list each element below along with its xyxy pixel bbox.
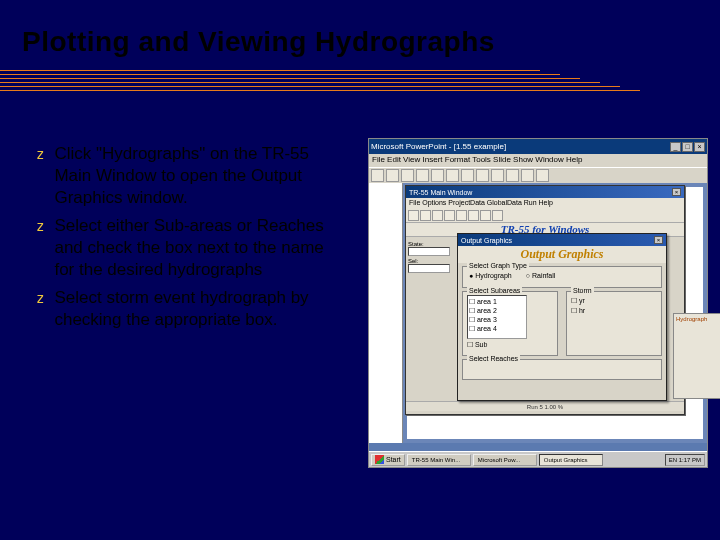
powerpoint-toolbar[interactable]	[369, 167, 707, 183]
panel-title: Hydrograph	[676, 316, 720, 322]
maximize-icon[interactable]: □	[682, 142, 693, 152]
toolbar-button[interactable]	[420, 210, 431, 221]
toolbar-button[interactable]	[456, 210, 467, 221]
state-input[interactable]	[408, 247, 450, 256]
bullet-icon: z	[36, 143, 44, 165]
toolbar-button[interactable]	[408, 210, 419, 221]
tr55-statusbar: Run 5 1.00 %	[406, 401, 684, 411]
tr55-titlebar: TR-55 Main Window ×	[406, 186, 684, 198]
taskbar-button[interactable]: Microsoft Pow...	[473, 454, 537, 466]
tr55-left-panel: State: Sel:	[406, 237, 456, 401]
minimize-icon[interactable]: _	[670, 142, 681, 152]
toolbar-button[interactable]	[506, 169, 519, 182]
bullet-icon: z	[36, 215, 44, 237]
reaches-group: Select Reaches	[462, 359, 662, 380]
bullet-text: Select storm event hydrograph by checkin…	[54, 287, 331, 331]
bullet-text: Select either Sub-areas or Reaches and c…	[54, 215, 331, 281]
toolbar-button[interactable]	[480, 210, 491, 221]
windows-taskbar[interactable]: Start TR-55 Main Win... Microsoft Pow...…	[369, 451, 707, 467]
taskbar-button[interactable]: Output Graphics	[539, 454, 603, 466]
taskbar-button[interactable]: TR-55 Main Win...	[407, 454, 471, 466]
powerpoint-titlebar: Microsoft PowerPoint - [1.55 example] _ …	[369, 139, 707, 154]
toolbar-button[interactable]	[521, 169, 534, 182]
subareas-group: Select Subareas area 1 area 2 area 3 are…	[462, 291, 558, 356]
close-icon[interactable]: ×	[694, 142, 705, 152]
powerpoint-menubar[interactable]: File Edit View Insert Format Tools Slide…	[369, 154, 707, 167]
toolbar-button[interactable]	[461, 169, 474, 182]
group-legend: Select Subareas	[467, 287, 522, 294]
toolbar-button[interactable]	[444, 210, 455, 221]
toolbar-button[interactable]	[432, 210, 443, 221]
sel-input[interactable]	[408, 264, 450, 273]
storm-yr-checkbox[interactable]: yr	[571, 297, 657, 305]
output-titlebar: Output Graphics ×	[458, 234, 666, 246]
output-title-text: Output Graphics	[461, 237, 512, 244]
bullet-text: Click "Hydrographs" on the TR-55 Main Wi…	[54, 143, 331, 209]
embedded-screenshot: Microsoft PowerPoint - [1.55 example] _ …	[368, 138, 708, 468]
system-tray[interactable]: EN 1:17 PM	[665, 454, 705, 466]
output-graphics-window: Output Graphics × Output Graphics Select…	[457, 233, 667, 401]
list-item[interactable]: area 3	[469, 315, 525, 324]
bullet-item: z Select storm event hydrograph by check…	[36, 287, 331, 331]
toolbar-button[interactable]	[492, 210, 503, 221]
toolbar-button[interactable]	[401, 169, 414, 182]
output-banner: Output Graphics	[458, 246, 666, 263]
toolbar-button[interactable]	[431, 169, 444, 182]
storm-group: Storm yr hr	[566, 291, 662, 356]
toolbar-button[interactable]	[386, 169, 399, 182]
subareas-listbox[interactable]: area 1 area 2 area 3 area 4	[467, 295, 527, 339]
bullet-item: z Click "Hydrographs" on the TR-55 Main …	[36, 143, 331, 209]
hydrograph-side-panel: Hydrograph	[673, 313, 720, 399]
toolbar-button[interactable]	[371, 169, 384, 182]
radio-hydrograph[interactable]: Hydrograph	[469, 272, 512, 279]
toolbar-button[interactable]	[536, 169, 549, 182]
toolbar-button[interactable]	[446, 169, 459, 182]
group-legend: Select Reaches	[467, 355, 520, 362]
toolbar-button[interactable]	[476, 169, 489, 182]
list-item[interactable]: area 2	[469, 306, 525, 315]
tr55-title-text: TR-55 Main Window	[409, 189, 472, 196]
tr55-toolbar[interactable]	[406, 209, 684, 223]
toolbar-button[interactable]	[416, 169, 429, 182]
powerpoint-outline-pane[interactable]	[369, 183, 403, 443]
toolbar-button[interactable]	[491, 169, 504, 182]
close-icon[interactable]: ×	[654, 236, 663, 244]
bullet-icon: z	[36, 287, 44, 309]
bullet-item: z Select either Sub-areas or Reaches and…	[36, 215, 331, 281]
group-legend: Select Graph Type	[467, 262, 529, 269]
toolbar-button[interactable]	[468, 210, 479, 221]
radio-rainfall[interactable]: Rainfall	[526, 272, 556, 279]
powerpoint-slide-pane: TR-55 Main Window × File Options Project…	[403, 183, 707, 443]
storm-hr-checkbox[interactable]: hr	[571, 307, 657, 315]
slide-title: Plotting and Viewing Hydrographs	[22, 26, 495, 58]
title-underline-group	[0, 70, 720, 94]
start-button[interactable]: Start	[371, 454, 405, 466]
sub-checkbox[interactable]: Sub	[467, 341, 553, 349]
powerpoint-title-text: Microsoft PowerPoint - [1.55 example]	[371, 142, 506, 151]
list-item[interactable]: area 1	[469, 297, 525, 306]
graph-type-group: Select Graph Type Hydrograph Rainfall	[462, 266, 662, 288]
close-icon[interactable]: ×	[672, 188, 681, 196]
list-item[interactable]: area 4	[469, 324, 525, 333]
tr55-menubar[interactable]: File Options ProjectData GlobalData Run …	[406, 198, 684, 209]
group-legend: Storm	[571, 287, 594, 294]
bullet-list: z Click "Hydrographs" on the TR-55 Main …	[36, 143, 331, 337]
